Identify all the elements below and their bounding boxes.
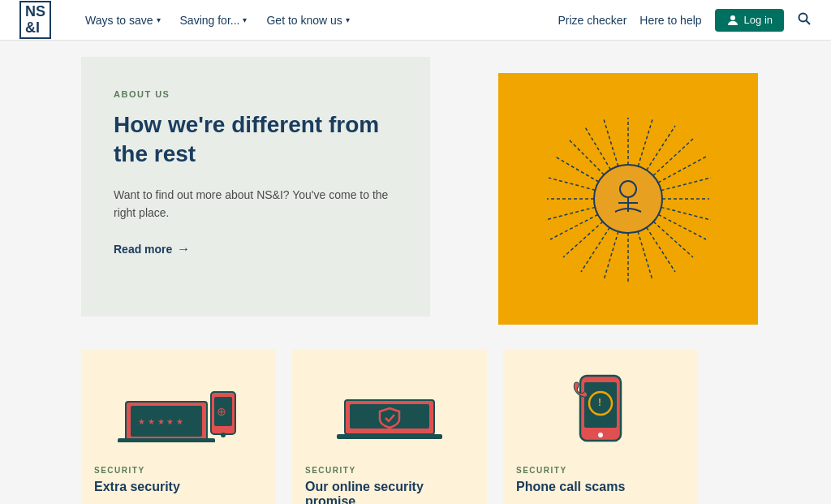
card-title-3: Phone call scams <box>516 480 685 494</box>
card-image-1: ★ ★ ★ ★ ★ ⊕ <box>81 349 276 454</box>
security-card-1[interactable]: ★ ★ ★ ★ ★ ⊕ SECURITY Extra security <box>81 349 276 504</box>
svg-point-0 <box>730 15 735 20</box>
card-category-1: SECURITY <box>94 466 263 475</box>
svg-rect-40 <box>337 434 442 439</box>
hero-description: Want to find out more about NS&I? You've… <box>114 186 398 222</box>
hero-section: ABOUT US How we're different from the re… <box>81 57 750 317</box>
prize-checker-link[interactable]: Prize checker <box>558 14 626 27</box>
online-security-illustration <box>321 361 459 442</box>
login-label: Log in <box>744 14 773 26</box>
chevron-down-icon: ▾ <box>243 15 247 24</box>
about-us-label: ABOUT US <box>114 89 398 99</box>
chevron-down-icon: ▾ <box>346 15 350 24</box>
hero-illustration-box <box>498 73 758 325</box>
card-body-3: SECURITY Phone call scams <box>503 454 698 502</box>
card-image-2 <box>292 349 487 454</box>
svg-point-1 <box>799 13 807 21</box>
search-icon <box>797 11 812 26</box>
svg-text:★ ★ ★ ★ ★: ★ ★ ★ ★ ★ <box>138 417 183 426</box>
svg-rect-32 <box>118 438 215 442</box>
cards-section: ★ ★ ★ ★ ★ ⊕ SECURITY Extra security <box>81 349 750 504</box>
person-icon <box>726 14 739 27</box>
card-category-3: SECURITY <box>516 466 685 475</box>
svg-text:!: ! <box>598 397 601 408</box>
main-content: ABOUT US How we're different from the re… <box>0 41 831 504</box>
chevron-down-icon: ▾ <box>157 15 161 24</box>
arrow-right-icon: → <box>177 242 190 256</box>
login-button[interactable]: Log in <box>715 9 784 32</box>
card-body-2: SECURITY Our online security promise <box>292 454 487 504</box>
svg-text:⊕: ⊕ <box>217 405 226 418</box>
phone-scams-illustration: ! <box>532 361 670 442</box>
nav-links: Ways to save ▾ Saving for... ▾ Get to kn… <box>77 9 558 32</box>
nav-ways-to-save-label: Ways to save <box>85 14 153 27</box>
hero-text-box: ABOUT US How we're different from the re… <box>81 57 430 317</box>
nav-saving-for[interactable]: Saving for... ▾ <box>172 9 256 32</box>
card-body-1: SECURITY Extra security <box>81 454 276 502</box>
read-more-text: Read more <box>114 243 172 256</box>
svg-point-38 <box>221 433 226 437</box>
read-more-link[interactable]: Read more → <box>114 242 398 256</box>
svg-line-2 <box>807 20 811 24</box>
here-to-help-link[interactable]: Here to help <box>639 14 701 27</box>
nav-right: Prize checker Here to help Log in <box>558 9 812 32</box>
nav-ways-to-save[interactable]: Ways to save ▾ <box>77 9 169 32</box>
nav-get-to-know[interactable]: Get to know us ▾ <box>258 9 357 32</box>
site-logo[interactable]: NS&I <box>19 1 51 40</box>
svg-point-44 <box>598 433 603 437</box>
card-title-1: Extra security <box>94 480 263 494</box>
main-nav: NS&I Ways to save ▾ Saving for... ▾ Get … <box>0 0 831 41</box>
card-category-2: SECURITY <box>305 466 474 475</box>
extra-security-illustration: ★ ★ ★ ★ ★ ⊕ <box>110 361 248 442</box>
card-title-2: Our online security promise <box>305 480 474 504</box>
sun-illustration <box>531 101 726 296</box>
security-card-3[interactable]: ! SECURITY Phone call scams <box>503 349 698 504</box>
search-button[interactable] <box>797 11 812 29</box>
card-image-3: ! <box>503 349 698 454</box>
hero-title: How we're different from the rest <box>114 110 398 170</box>
nav-saving-for-label: Saving for... <box>180 14 240 27</box>
security-card-2[interactable]: SECURITY Our online security promise <box>292 349 487 504</box>
nav-get-to-know-label: Get to know us <box>266 14 342 27</box>
